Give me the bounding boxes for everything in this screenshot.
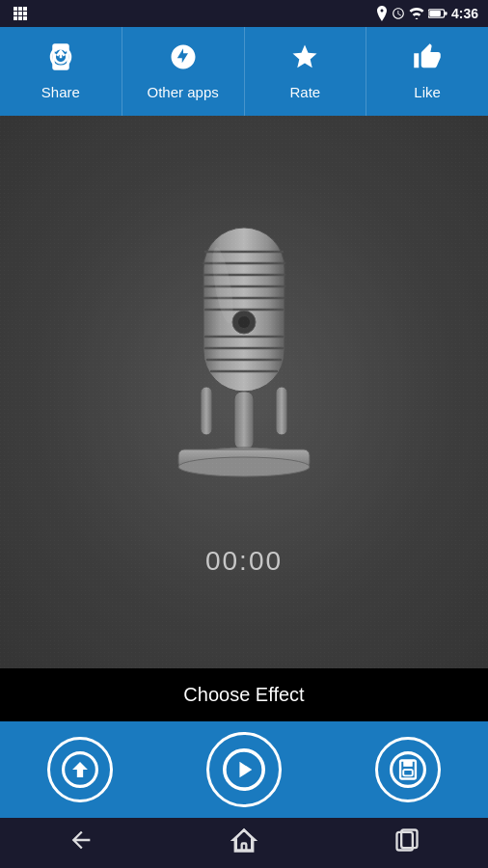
wifi-icon xyxy=(409,8,424,19)
star-icon xyxy=(290,42,319,78)
other-apps-label: Other apps xyxy=(148,84,219,100)
svg-rect-10 xyxy=(429,11,441,16)
svg-rect-7 xyxy=(23,12,27,15)
status-icons: 4:36 xyxy=(376,6,478,21)
svg-rect-26 xyxy=(201,387,212,435)
timer-display: 00:00 xyxy=(205,546,283,577)
battery-icon xyxy=(428,8,447,19)
home-button[interactable] xyxy=(230,827,258,859)
share-icon xyxy=(46,42,75,78)
microphone-container xyxy=(148,208,340,517)
svg-rect-38 xyxy=(404,770,414,775)
svg-point-31 xyxy=(178,457,310,476)
play-button[interactable] xyxy=(206,732,282,807)
upload-icon xyxy=(62,751,98,788)
svg-rect-37 xyxy=(404,761,414,767)
nav-item-like[interactable]: Like xyxy=(366,27,488,116)
grid-icon xyxy=(14,7,31,20)
like-icon xyxy=(413,42,442,78)
nav-item-other-apps[interactable]: Other apps xyxy=(122,27,245,116)
svg-rect-6 xyxy=(23,7,27,11)
svg-rect-2 xyxy=(14,16,17,20)
svg-rect-28 xyxy=(234,392,254,449)
choose-effect-label: Choose Effect xyxy=(183,684,304,705)
svg-rect-5 xyxy=(18,16,22,20)
main-content: 00:00 xyxy=(0,116,488,668)
nav-item-rate[interactable]: Rate xyxy=(245,27,367,116)
svg-rect-4 xyxy=(18,12,22,15)
status-time: 4:36 xyxy=(451,6,478,21)
status-bar: 4:36 xyxy=(0,0,488,27)
share-label: Share xyxy=(41,84,80,100)
save-icon xyxy=(390,751,426,788)
svg-rect-0 xyxy=(14,7,17,11)
svg-rect-11 xyxy=(445,12,447,14)
play-icon xyxy=(223,748,265,791)
save-button[interactable] xyxy=(375,737,441,802)
status-bar-left xyxy=(10,7,370,20)
back-button[interactable] xyxy=(68,827,95,859)
svg-rect-3 xyxy=(18,7,22,11)
like-label: Like xyxy=(414,84,441,100)
svg-rect-8 xyxy=(23,16,27,20)
svg-rect-1 xyxy=(14,12,17,15)
microphone-image xyxy=(148,208,340,517)
svg-rect-27 xyxy=(276,387,287,435)
top-nav: Share Other apps Rate Like xyxy=(0,27,488,116)
nav-item-share[interactable]: Share xyxy=(0,27,122,116)
bottom-action-bar xyxy=(0,721,488,818)
rate-label: Rate xyxy=(290,84,321,100)
system-nav-bar xyxy=(0,818,488,868)
recents-button[interactable] xyxy=(393,827,420,859)
svg-point-21 xyxy=(238,316,250,328)
location-icon xyxy=(376,6,388,21)
other-apps-icon xyxy=(169,42,198,78)
upload-button[interactable] xyxy=(47,737,113,802)
alarm-icon xyxy=(392,7,405,20)
choose-effect-bar[interactable]: Choose Effect xyxy=(0,668,488,721)
